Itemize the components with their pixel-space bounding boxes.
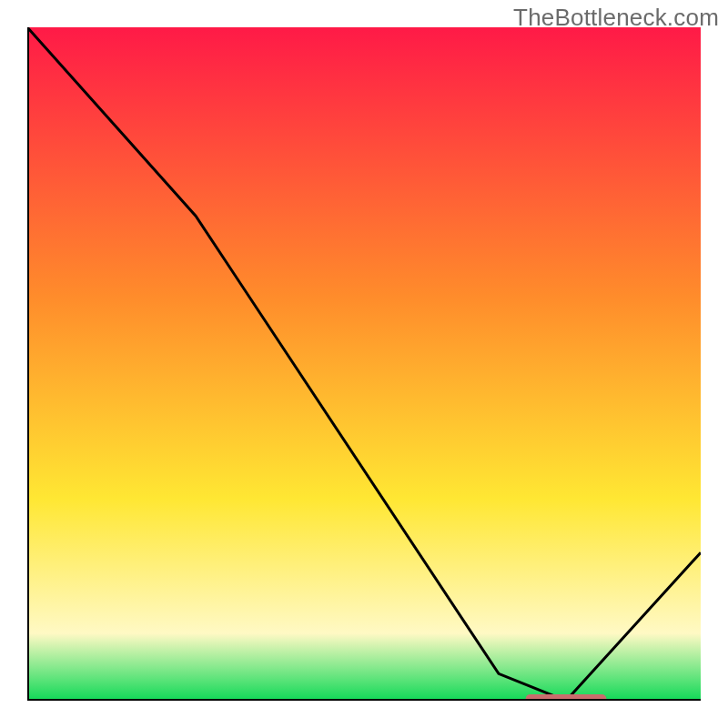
gradient-background xyxy=(27,27,701,701)
plot-area xyxy=(27,27,701,701)
chart-container: TheBottleneck.com xyxy=(0,0,728,728)
chart-svg xyxy=(27,27,701,701)
